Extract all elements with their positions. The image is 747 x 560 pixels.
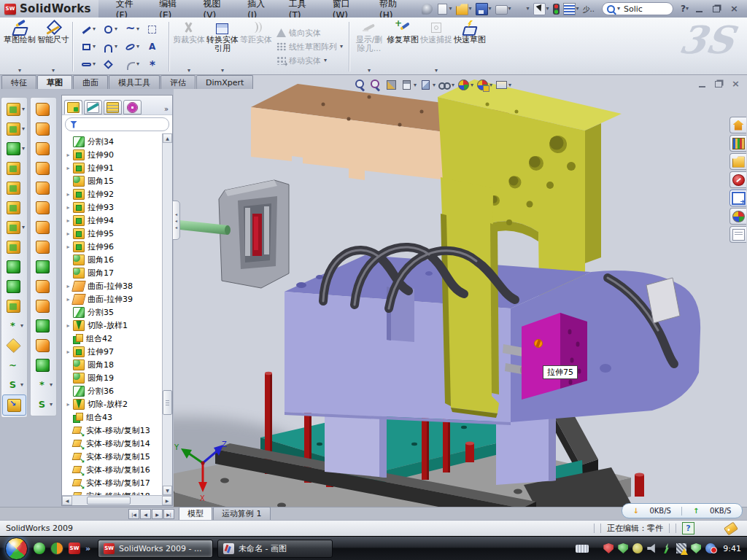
move-entities-button[interactable]: 移动实体▾ — [274, 55, 345, 67]
dropdown-arrow-icon[interactable]: ▾ — [93, 61, 96, 67]
taskbar-task[interactable]: 未命名 - 画图 — [217, 540, 333, 558]
open-document-button[interactable]: ▾ — [454, 2, 473, 16]
repair-sketch-button[interactable]: 修复草图 — [386, 19, 419, 74]
point-button[interactable]: ▾ — [143, 55, 165, 73]
messenger-green-icon[interactable] — [34, 542, 45, 554]
dropdown-arrow-icon[interactable]: ▾ — [93, 44, 96, 50]
dropdown-arrow-icon[interactable]: ▾ — [22, 106, 25, 112]
tree-item[interactable]: 圆角19 — [63, 371, 162, 384]
view-orientation-button[interactable]: ▾ — [419, 78, 436, 92]
help-button[interactable]: ? — [681, 4, 686, 14]
appearances-tab[interactable] — [729, 208, 746, 225]
3d-model[interactable]: X Y Z — [174, 75, 747, 507]
scroll-right-icon[interactable]: ▶ — [162, 496, 172, 505]
section-view-button[interactable] — [384, 78, 398, 92]
select-button[interactable]: ▾ — [532, 2, 551, 16]
app-orange-icon[interactable] — [50, 542, 63, 555]
doc-restore-button[interactable] — [715, 81, 722, 88]
search-input[interactable] — [622, 4, 659, 15]
linear-sketch-pattern-button[interactable]: 线性草图阵列▾ — [274, 41, 345, 53]
tree-item[interactable]: 圆角15 — [63, 174, 162, 187]
tree-item[interactable]: ▸拉伸90 — [63, 148, 162, 161]
tree-item[interactable]: ▸拉伸93 — [63, 201, 162, 214]
expand-arrow-icon[interactable]: ▸ — [65, 322, 71, 329]
reference-geometry-button[interactable]: *▾ — [2, 316, 26, 335]
tree-item[interactable]: 实体-移动/复制14 — [63, 437, 162, 450]
scroll-left-icon[interactable]: ◀ — [62, 496, 72, 505]
panel-splitter[interactable]: ◂◂◂ — [172, 201, 180, 240]
expand-arrow-icon[interactable]: ▸ — [65, 296, 71, 303]
minimize-button[interactable] — [696, 6, 703, 12]
arc-button[interactable]: ▾ — [99, 38, 121, 55]
tree-item[interactable]: ▸拉伸97 — [63, 345, 162, 358]
thicken-button[interactable] — [31, 335, 55, 355]
expand-arrow-icon[interactable]: ▸ — [65, 152, 71, 158]
tree-item[interactable]: 实体-移动/复制13 — [63, 424, 162, 437]
revolved-surface-button[interactable] — [31, 119, 55, 139]
quick-launch-overflow[interactable]: » — [85, 544, 90, 553]
command-tab-2[interactable]: 曲面 — [73, 75, 108, 89]
instant3d-button[interactable] — [2, 394, 26, 416]
rectangle-button[interactable]: ▾ — [77, 38, 99, 55]
close-button[interactable]: × — [730, 4, 738, 13]
help-dropdown-icon[interactable]: ▾ — [686, 6, 689, 12]
dropdown-arrow-icon[interactable]: ▾ — [52, 68, 55, 74]
tree-item[interactable]: 分割36 — [63, 384, 162, 397]
spline-button[interactable]: S▾ — [31, 394, 55, 414]
ellipse-button[interactable]: ▾ — [121, 38, 143, 55]
expand-arrow-icon[interactable]: ▸ — [65, 217, 71, 224]
restore-button[interactable] — [713, 6, 720, 12]
circle-button[interactable]: ▾ — [99, 20, 121, 38]
quick-snaps-button[interactable]: 快速捕捉▾ — [419, 19, 453, 74]
defender-green-icon[interactable] — [691, 543, 701, 553]
edit-appearance-button[interactable]: ▾ — [457, 78, 474, 92]
convert-entities-button[interactable]: 转换实体引用▾ — [206, 19, 239, 74]
view-settings-button[interactable]: ▾ — [495, 78, 512, 92]
dropdown-arrow-icon[interactable]: ▾ — [136, 61, 139, 67]
propertymanager-tab[interactable] — [84, 100, 102, 114]
tree-item[interactable]: ▸拉伸95 — [63, 227, 162, 240]
zoom-fit-button[interactable] — [354, 78, 368, 92]
toolbox-tab[interactable] — [729, 171, 746, 188]
combine-button[interactable] — [2, 276, 26, 296]
save-document-button[interactable]: ▾ — [474, 2, 493, 16]
scroll-down-icon[interactable]: ▼ — [163, 486, 172, 495]
dropdown-arrow-icon[interactable]: ▾ — [452, 82, 454, 88]
part-clamp-front-leg[interactable] — [441, 177, 499, 418]
network-speed-widget[interactable]: ↓ 0KB/S ↑ 0KB/S — [622, 503, 743, 518]
dropdown-arrow-icon[interactable]: ▾ — [22, 225, 25, 230]
dropdown-arrow-icon[interactable]: ▾ — [546, 6, 549, 12]
sketch-button[interactable]: 草图绘制▾ — [3, 19, 36, 74]
motion-nav-1[interactable]: ◀ — [140, 509, 151, 519]
panel-overflow-button[interactable]: » — [164, 105, 171, 114]
dropdown-arrow-icon[interactable]: ▾ — [324, 58, 327, 63]
tag-icon[interactable] — [724, 521, 738, 535]
tree-item[interactable]: 分割35 — [63, 306, 162, 319]
motion-nav-3[interactable]: ▶| — [163, 509, 174, 519]
expand-arrow-icon[interactable]: ▸ — [65, 401, 71, 408]
model-tab-0[interactable]: 模型 — [179, 507, 212, 520]
doc-minimize-button[interactable] — [699, 81, 705, 88]
solidworks-resources-tab[interactable] — [729, 117, 746, 133]
tree-horizontal-scrollbar[interactable]: ◀ ▶ — [62, 495, 172, 505]
expand-arrow-icon[interactable]: ▸ — [65, 349, 71, 355]
cylinder-surface-button[interactable] — [31, 355, 55, 375]
slot-button[interactable]: ▾ — [77, 55, 99, 73]
reference-geometry-button[interactable]: *▾ — [31, 375, 55, 394]
undo-button[interactable]: ▾ — [514, 3, 531, 15]
custom-properties-tab[interactable] — [729, 226, 746, 243]
trim-surface-button[interactable] — [31, 296, 55, 316]
file-explorer-tab[interactable] — [729, 153, 746, 170]
mirror-entities-button[interactable]: 镜向实体 — [274, 27, 345, 39]
lofted-surface-button[interactable] — [31, 158, 55, 178]
tree-item[interactable]: ▸拉伸92 — [63, 187, 162, 201]
tree-item[interactable]: 实体-移动/复制15 — [63, 450, 162, 463]
dropdown-arrow-icon[interactable]: ▾ — [489, 82, 492, 88]
tree-item[interactable]: ▸切除-放样2 — [63, 397, 162, 411]
tree-filter-box[interactable] — [65, 117, 169, 131]
model-tab-1[interactable]: 运动算例 1 — [213, 507, 271, 520]
featuremanager-tab[interactable] — [64, 100, 82, 114]
dropdown-arrow-icon[interactable]: ▾ — [50, 382, 53, 388]
offset-surface-button[interactable] — [31, 217, 55, 237]
boundary-surface-button[interactable] — [31, 178, 55, 198]
